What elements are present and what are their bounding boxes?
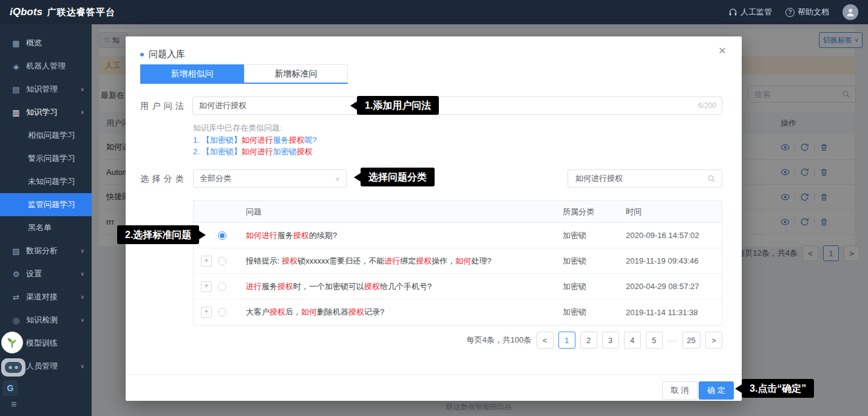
manual-supervision-link[interactable]: 人工监管	[728, 7, 772, 18]
question-text-segment: 授权	[297, 147, 313, 156]
question-row-3: +大客户授权后，如何删除机器授权记录?加密锁2019-11-14 11:31:3…	[194, 299, 722, 325]
app-logo: iQbots 广联达睿答平台	[10, 6, 115, 18]
page-4[interactable]: 4	[624, 332, 641, 349]
question-text: 进行服务授权时，一个加密锁可以授权给几个手机号?	[239, 281, 563, 292]
standard-question-search-input[interactable]	[574, 174, 696, 184]
close-icon[interactable]: ×	[719, 44, 726, 56]
tab-add-standard-question[interactable]: 新增标准问	[244, 64, 348, 83]
time-cell: 2019-11-14 11:31:38	[626, 308, 722, 317]
sidebar-subitem-3[interactable]: 监管问题学习	[0, 193, 92, 216]
sidebar-item-7[interactable]: ◎知识检测∨	[0, 309, 92, 332]
expand-button[interactable]: +	[201, 256, 212, 267]
category-label: 选择分类	[140, 174, 184, 185]
page-25[interactable]: 25	[682, 332, 700, 349]
category-select[interactable]: 全部分类 ∨	[193, 169, 347, 188]
sidebar-item-label: 概览	[26, 38, 42, 49]
confirm-button[interactable]: 确 定	[699, 381, 734, 400]
sidebar-subitem-1[interactable]: 警示问题学习	[0, 147, 92, 170]
question-text-segment: 【加密锁】	[202, 147, 242, 156]
radio-cell	[218, 257, 239, 265]
question-text-segment: 操作，	[432, 256, 455, 265]
page-1[interactable]: 1	[558, 332, 575, 349]
sidebar-item-2[interactable]: ▤知识管理∨	[0, 78, 92, 101]
user-question-label: 用户问法	[140, 101, 184, 112]
standard-question-search-box[interactable]	[568, 169, 722, 188]
tab-add-similar-question[interactable]: 新增相似问	[140, 64, 244, 83]
radio-button[interactable]	[218, 231, 226, 240]
page-next[interactable]: >	[705, 332, 722, 349]
sidebar-item-0[interactable]: ▦概览	[0, 32, 92, 55]
plant-widget[interactable]	[1, 332, 23, 353]
headset-icon	[728, 8, 737, 17]
question-text-segment: 锁xxxxxx需要归还，不能	[297, 256, 384, 265]
detect-icon: ◎	[11, 316, 21, 325]
expand-button[interactable]: +	[201, 281, 212, 292]
sidebar-item-4[interactable]: ▨数据分析∨	[0, 239, 92, 262]
question-text-segment: 后，	[285, 307, 301, 316]
callout-arrow-left-icon	[735, 384, 742, 393]
time-cell: 2020-09-16 14:57:02	[626, 231, 722, 240]
menu-collapse-icon[interactable]: ≡	[11, 399, 16, 410]
sidebar-subitem-4[interactable]: 黑名单	[0, 216, 92, 239]
sidebar-item-label: 机器人管理	[26, 61, 66, 72]
plant-icon	[5, 336, 19, 349]
g-widget[interactable]: G	[2, 380, 18, 396]
logo-platform-name: 广联达睿答平台	[47, 7, 115, 18]
page-2[interactable]: 2	[580, 332, 597, 349]
question-text-segment: 记录?	[364, 307, 384, 316]
question-text-segment: 授权	[293, 231, 309, 240]
question-text-segment: 授权	[282, 256, 297, 265]
sidebar-subitem-0[interactable]: 相似问题学习	[0, 124, 92, 147]
similar-question-link-1[interactable]: 2.【加密锁】如何进行加密锁授权	[193, 146, 317, 157]
user-question-input[interactable]	[192, 97, 722, 115]
question-text-segment: 时，一个加密锁可以	[293, 282, 364, 291]
grid-icon: ▦	[11, 39, 21, 48]
radio-button[interactable]	[218, 282, 226, 291]
help-docs-link[interactable]: ? 帮助文档	[785, 7, 829, 18]
sidebar-item-5[interactable]: ⚙设置∨	[0, 262, 92, 285]
question-row-0: 如何进行服务授权的续期?加密锁2020-09-16 14:57:02	[194, 223, 722, 248]
expand-button[interactable]: +	[201, 307, 212, 318]
cancel-button[interactable]: 取 消	[662, 381, 697, 400]
time-cell: 2019-11-19 09:43:46	[626, 256, 722, 265]
channel-icon: ⇄	[11, 293, 21, 302]
chevron-down-icon: ∨	[80, 363, 84, 369]
sidebar-item-1[interactable]: ◈机器人管理	[0, 55, 92, 78]
time-cell: 2020-04-29 08:57:27	[626, 282, 722, 291]
sidebar-item-6[interactable]: ⇄渠道对接∨	[0, 285, 92, 309]
column-category: 所属分类	[563, 206, 626, 217]
footer-divider	[126, 374, 742, 375]
user-avatar[interactable]	[843, 4, 858, 20]
sidebar-item-label: 渠道对接	[26, 292, 58, 302]
page-5[interactable]: 5	[646, 332, 663, 349]
column-question: 问题	[239, 206, 563, 217]
sidebar-item-label: 数据分析	[26, 245, 58, 256]
radio-button[interactable]	[218, 308, 226, 316]
question-text-segment: 如何进行	[242, 135, 273, 145]
similar-question-number: 2.	[193, 147, 200, 156]
robot-widget[interactable]	[0, 355, 27, 379]
question-row-1: +报错提示: 授权锁xxxxxx需要归还，不能进行绑定授权操作，如何处理?加密锁…	[194, 248, 722, 274]
chevron-down-icon: ∨	[80, 86, 84, 92]
question-text-segment: 进行	[246, 282, 262, 291]
similar-question-link-0[interactable]: 1.【加密锁】如何进行服务授权呢?	[193, 134, 317, 146]
sidebar-item-label: 模型训练	[26, 338, 58, 349]
sidebar-item-3[interactable]: ▥知识学习∧	[0, 101, 92, 124]
page-ellipsis[interactable]: ···	[668, 336, 677, 345]
similar-questions-list: 1.【加密锁】如何进行服务授权呢?2.【加密锁】如何进行加密锁授权	[193, 134, 317, 157]
page-3[interactable]: 3	[602, 332, 619, 349]
header-actions: 人工监管 ? 帮助文档	[728, 4, 858, 20]
table-header: 问题 所属分类 时间	[194, 201, 722, 223]
char-counter: 6/200	[698, 101, 716, 110]
app-header: iQbots 广联达睿答平台 人工监管 ? 帮助文档	[0, 0, 868, 24]
radio-button[interactable]	[218, 257, 226, 265]
category-cell: 加密锁	[563, 230, 626, 241]
radio-cell	[218, 308, 239, 316]
similar-question-number: 1.	[193, 135, 200, 145]
sidebar-subitem-2[interactable]: 未知问题学习	[0, 170, 92, 193]
question-text-segment: 的续期?	[309, 231, 337, 240]
sidebar-item-label: 设置	[26, 268, 42, 279]
page-prev[interactable]: <	[537, 332, 554, 349]
callout-arrow-left-icon	[350, 101, 357, 110]
callout-text: 2.选择标准问题	[117, 225, 199, 244]
